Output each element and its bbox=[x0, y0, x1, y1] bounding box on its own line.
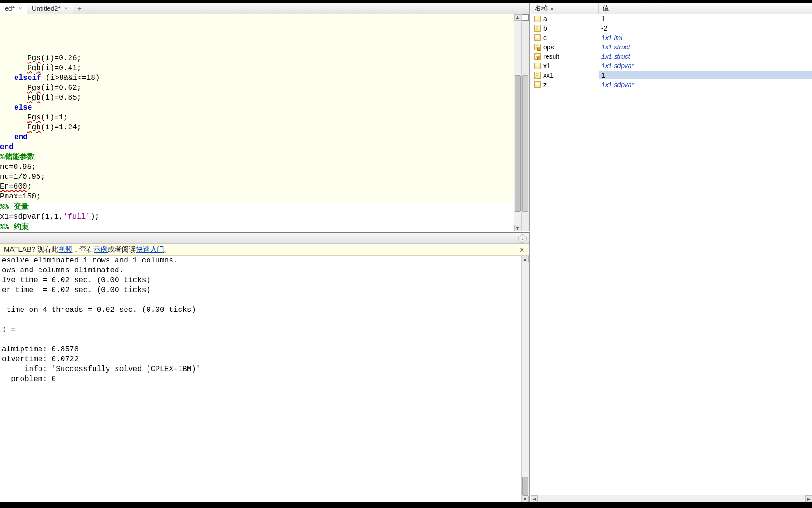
editor-tabbar: ed* × Untitled2* × ＋ bbox=[0, 3, 529, 14]
workspace-horizontal-scrollbar[interactable]: ◀ ▶ bbox=[531, 495, 812, 502]
code-token: end bbox=[0, 143, 14, 151]
workspace-header-value[interactable]: 值 bbox=[599, 3, 812, 14]
code-token: Pgs bbox=[27, 54, 41, 63]
header-label: 名称 bbox=[535, 4, 548, 13]
code-token: nd=1/0.95; bbox=[0, 173, 45, 181]
scroll-up-arrow[interactable]: ▲ bbox=[514, 14, 521, 21]
code-token: Pgb bbox=[27, 94, 41, 102]
variable-icon bbox=[534, 43, 541, 51]
code-health-box bbox=[522, 14, 529, 21]
scroll-thumb[interactable] bbox=[522, 477, 528, 496]
banner-link-quickstart[interactable]: 快速入门 bbox=[136, 245, 164, 254]
editor-vertical-scrollbar[interactable]: ▲ ▼ bbox=[514, 14, 521, 231]
code-token: %储能参数 bbox=[0, 153, 35, 161]
code-token: ; bbox=[27, 183, 32, 191]
code-token: x1=sdpvar(1,1, bbox=[0, 213, 63, 221]
workspace-header-name[interactable]: 名称 ▲ bbox=[531, 3, 599, 14]
variable-name: x1 bbox=[543, 62, 599, 70]
editor-tab[interactable]: ed* × bbox=[0, 3, 27, 14]
code-token: elseif bbox=[14, 74, 41, 82]
code-line[interactable]: end bbox=[0, 133, 514, 143]
code-token: Pmax=150; bbox=[0, 192, 40, 201]
scroll-right-arrow[interactable]: ▶ bbox=[805, 495, 812, 502]
tab-label: ed* bbox=[5, 5, 15, 12]
code-token: %% 约束 bbox=[0, 223, 29, 231]
variable-icon bbox=[534, 34, 541, 41]
code-token: Pgs bbox=[27, 113, 41, 122]
variable-name: b bbox=[543, 24, 599, 32]
scroll-up-arrow[interactable]: ▲ bbox=[522, 256, 529, 262]
workspace-variable-row[interactable]: xx11 bbox=[531, 71, 812, 80]
code-line[interactable]: %% 变量 bbox=[0, 202, 514, 212]
code-token: else bbox=[14, 103, 32, 112]
code-line[interactable]: %% 约束 bbox=[0, 222, 514, 231]
overview-viewport[interactable] bbox=[522, 75, 528, 212]
code-line[interactable]: Pgb(i)=0.85; bbox=[0, 93, 514, 103]
variable-value: 1x1 sdpvar bbox=[599, 81, 812, 88]
command-window-panel: ⌄ MATLAB? 观看此 视频 ，查看 示例 或者阅读 快速入门 。 ✕ es… bbox=[0, 232, 530, 502]
variable-icon bbox=[534, 62, 541, 70]
variable-value: 1x1 sdpvar bbox=[599, 62, 812, 70]
command-window-output[interactable]: esolve eliminated 1 rows and 1 columns. … bbox=[0, 256, 529, 502]
workspace-variable-row[interactable]: z1x1 sdpvar bbox=[531, 80, 812, 89]
code-line[interactable]: nd=1/0.95; bbox=[0, 172, 514, 182]
close-icon[interactable]: ✕ bbox=[519, 246, 525, 254]
code-line[interactable]: Pmax=150; bbox=[0, 192, 514, 202]
code-line[interactable]: nc=0.95; bbox=[0, 162, 514, 172]
banner-link-video[interactable]: 视频 bbox=[58, 245, 72, 254]
variable-value: 1x1 lmi bbox=[599, 34, 812, 41]
variable-icon bbox=[534, 15, 541, 23]
workspace-variable-row[interactable]: b-2 bbox=[531, 24, 812, 33]
code-line[interactable]: Pgs(i)=0.26; bbox=[0, 54, 514, 64]
variable-icon bbox=[534, 81, 541, 88]
code-line[interactable]: Pgb(i)=1.24; bbox=[0, 123, 514, 133]
code-token: end bbox=[14, 133, 28, 142]
editor-code-overview[interactable] bbox=[521, 14, 529, 231]
command-window-titlebar: ⌄ bbox=[0, 233, 529, 244]
code-line[interactable]: Pgb(i)=0.41; bbox=[0, 64, 514, 73]
code-token: Pgb bbox=[27, 123, 41, 132]
workspace-variable-row[interactable]: ops1x1 struct bbox=[531, 42, 812, 52]
code-token: (i)=0.85; bbox=[41, 94, 81, 102]
variable-name: ops bbox=[543, 43, 599, 51]
code-token: (i)=1; bbox=[41, 113, 68, 122]
code-line[interactable]: end bbox=[0, 143, 514, 152]
scroll-left-arrow[interactable]: ◀ bbox=[531, 495, 538, 502]
scroll-down-arrow[interactable]: ▼ bbox=[522, 496, 529, 502]
code-line[interactable]: x1=sdpvar(1,1,'full'); bbox=[0, 212, 514, 222]
code-line[interactable]: else bbox=[0, 103, 514, 113]
new-tab-button[interactable]: ＋ bbox=[73, 3, 86, 14]
workspace-variable-row[interactable]: a1 bbox=[531, 14, 812, 24]
workspace-variable-list[interactable]: a1b-2c1x1 lmiops1x1 structresult1x1 stru… bbox=[531, 14, 812, 495]
code-line[interactable]: Pgs(i)=1; bbox=[0, 113, 514, 123]
code-token: ); bbox=[90, 213, 99, 221]
command-vertical-scrollbar[interactable]: ▲ ▼ bbox=[521, 256, 529, 502]
banner-link-examples[interactable]: 示例 bbox=[94, 245, 108, 254]
scroll-down-arrow[interactable]: ▼ bbox=[514, 225, 521, 231]
header-label: 值 bbox=[602, 4, 609, 13]
code-token: %% 变量 bbox=[0, 203, 29, 211]
editor-tab[interactable]: Untitled2* × bbox=[27, 3, 73, 14]
close-icon[interactable]: × bbox=[17, 6, 23, 11]
workspace-variable-row[interactable]: x11x1 sdpvar bbox=[531, 61, 812, 71]
workspace-variable-row[interactable]: c1x1 lmi bbox=[531, 33, 812, 42]
code-token: (i)=0.26; bbox=[41, 54, 81, 63]
sort-asc-icon: ▲ bbox=[550, 6, 554, 11]
workspace-variable-row[interactable]: result1x1 struct bbox=[531, 52, 812, 61]
code-line[interactable]: %储能参数 bbox=[0, 152, 514, 162]
variable-value: 1x1 struct bbox=[599, 53, 812, 60]
banner-text: 或者阅读 bbox=[108, 245, 136, 254]
panel-menu-button[interactable]: ⌄ bbox=[518, 234, 527, 243]
code-line[interactable]: elseif (i>8&&i<=18) bbox=[0, 73, 514, 83]
code-line[interactable]: Pgs(i)=0.62; bbox=[0, 83, 514, 93]
code-token: (i)=0.41; bbox=[41, 64, 81, 72]
code-line[interactable]: En=600; bbox=[0, 182, 514, 192]
code-token: nc=0.95; bbox=[0, 163, 36, 171]
text-cursor bbox=[37, 114, 37, 122]
variable-icon bbox=[534, 53, 541, 60]
close-icon[interactable]: × bbox=[63, 6, 69, 11]
scroll-thumb[interactable] bbox=[515, 75, 521, 212]
code-editor[interactable]: Pgs(i)=0.26;Pgb(i)=0.41;elseif (i>8&&i<=… bbox=[0, 14, 514, 231]
banner-text: MATLAB? 观看此 bbox=[4, 245, 58, 254]
code-token: (i>8&&i<=18) bbox=[41, 74, 100, 82]
